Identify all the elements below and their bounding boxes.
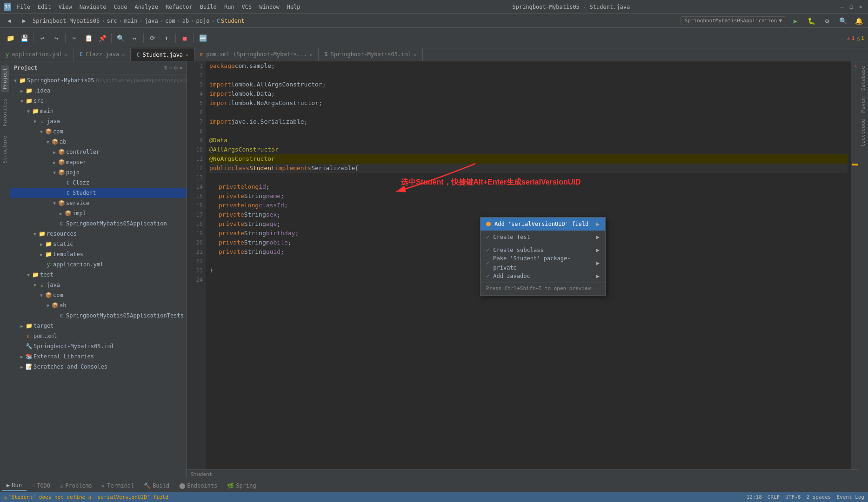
status-encoding[interactable]: UTF-8	[785, 494, 801, 500]
menu-edit[interactable]: Edit	[34, 2, 55, 12]
bottom-tab-spring[interactable]: 🌿 Spring	[222, 481, 260, 490]
breadcrumb-project[interactable]: Springboot-Mybatis05	[33, 18, 100, 24]
breadcrumb-student[interactable]: Student	[221, 18, 245, 24]
tree-item-templates[interactable]: ▶ 📁 templates	[10, 249, 187, 259]
bottom-tab-endpoints[interactable]: ⬤ Endpoints	[174, 481, 222, 490]
status-event-log[interactable]: Event Log	[836, 494, 864, 500]
tree-item-ab[interactable]: ▼ 📦 ab	[10, 137, 187, 147]
redo-button[interactable]: ↪	[50, 32, 63, 45]
tab-close-iml[interactable]: ✕	[414, 52, 417, 57]
maximize-button[interactable]: □	[848, 3, 855, 11]
vcs-update-button[interactable]: ⟳	[146, 32, 159, 45]
undo-button[interactable]: ↩	[36, 32, 49, 45]
sidebar-icon-close[interactable]: ✕	[180, 65, 183, 71]
notifications-button[interactable]: 🔔	[852, 14, 865, 27]
menu-refactor[interactable]: Refactor	[162, 2, 196, 12]
ctx-item-serial[interactable]: Add 'serialVersionUID' field ▶	[481, 218, 605, 231]
bottom-tab-build[interactable]: 🔨 Build	[139, 481, 174, 490]
back-button[interactable]: ◀	[3, 14, 16, 27]
menu-view[interactable]: View	[55, 2, 76, 12]
run-button[interactable]: ▶	[789, 14, 802, 27]
settings-button[interactable]: ⚙	[821, 14, 834, 27]
right-rail-database[interactable]: Database	[859, 63, 867, 93]
tree-item-java[interactable]: ▼ ☕ java	[10, 116, 187, 126]
tab-close-clazz[interactable]: ✕	[122, 52, 125, 57]
tree-item-mapper[interactable]: ▶ 📦 mapper	[10, 157, 187, 167]
tab-application-yml[interactable]: y application.yml ✕	[0, 48, 74, 61]
menu-file[interactable]: File	[13, 2, 34, 12]
ctx-item-create-test[interactable]: ✓ Create Test ▶	[481, 231, 605, 244]
menu-vcs[interactable]: VCS	[238, 2, 256, 12]
tree-item-ext-libs[interactable]: ▶ 📚 External Libraries	[10, 351, 187, 362]
menu-code[interactable]: Code	[110, 2, 131, 12]
tree-item-pomxml[interactable]: m pom.xml	[10, 331, 187, 341]
translate-button[interactable]: 🔤	[196, 32, 209, 45]
tree-item-com[interactable]: ▼ 📦 com	[10, 126, 187, 137]
breadcrumb-main[interactable]: main	[124, 18, 138, 24]
tree-item-test-java[interactable]: ▼ ☕ java	[10, 280, 187, 290]
debug-button[interactable]: 🐛	[805, 14, 818, 27]
bottom-tab-todo[interactable]: ≡ TODO	[27, 481, 55, 490]
tab-iml[interactable]: S Springboot-Mybatis05.iml ✕	[319, 48, 423, 61]
right-rail-maven[interactable]: Maven	[859, 94, 867, 115]
tree-item-service[interactable]: ▼ 📦 service	[10, 198, 187, 208]
tab-clazz[interactable]: C Clazz.java ✕	[74, 48, 131, 61]
tree-item-target[interactable]: ▶ 📁 target	[10, 321, 187, 331]
toolbar-btn-1[interactable]: 📁	[4, 32, 17, 45]
tab-close-yml[interactable]: ✕	[65, 52, 68, 57]
status-indent[interactable]: 2 spaces	[806, 494, 831, 500]
paste-button[interactable]: 📌	[96, 32, 109, 45]
tree-item-test-com[interactable]: ▼ 📦 com	[10, 290, 187, 300]
forward-button[interactable]: ▶	[18, 14, 31, 27]
tree-item-student[interactable]: C Student	[10, 188, 187, 198]
status-position[interactable]: 12:18	[747, 494, 762, 500]
tree-item-test[interactable]: ▼ 📁 test	[10, 270, 187, 280]
tree-item-clazz[interactable]: C Clazz	[10, 178, 187, 188]
bottom-tab-run[interactable]: ▶ Run	[2, 481, 27, 491]
code-editor[interactable]: package com.sample; import lombok.AllArg…	[206, 61, 851, 469]
tab-pom[interactable]: m pom.xml (Springboot-Mybatis... ✕	[194, 48, 319, 61]
search-everywhere-button[interactable]: 🔍	[836, 14, 849, 27]
breadcrumb-com[interactable]: com	[165, 18, 175, 24]
status-line-sep[interactable]: CRLF	[768, 494, 780, 500]
tree-item-appyml[interactable]: y application.yml	[10, 259, 187, 270]
tree-item-iml[interactable]: 🔧 Springboot-Mybatis05.iml	[10, 341, 187, 351]
menu-help[interactable]: Help	[283, 2, 304, 12]
cut-button[interactable]: ✂	[68, 32, 81, 45]
vcs-commit-button[interactable]: ⬆	[160, 32, 173, 45]
tree-item-app-tests[interactable]: C SpringbootMybatis05ApplicationTests	[10, 310, 187, 321]
left-rail-project[interactable]: Project	[1, 65, 9, 92]
find-button[interactable]: 🔍	[114, 32, 127, 45]
tree-root[interactable]: ▼ 📁 Springboot-Mybatis05 D:\software\jav…	[10, 75, 187, 86]
bottom-tab-terminal[interactable]: ▸ Terminal	[97, 481, 139, 490]
minimize-button[interactable]: —	[838, 3, 846, 11]
tree-item-main[interactable]: ▼ 📁 main	[10, 106, 187, 116]
sidebar-icon-1[interactable]: ⊞	[164, 65, 167, 71]
tree-item-pojo[interactable]: ▼ 📦 pojo	[10, 167, 187, 178]
tree-item-static[interactable]: ▶ 📁 static	[10, 239, 187, 249]
menu-run[interactable]: Run	[220, 2, 238, 12]
tree-item-test-ab[interactable]: ▼ 📦 ab	[10, 300, 187, 310]
breadcrumb-ab[interactable]: ab	[182, 18, 189, 24]
right-rail-lecttcode[interactable]: lecttcode	[859, 116, 867, 150]
bottom-tab-problems[interactable]: ⚠ Problems	[55, 481, 97, 490]
menu-window[interactable]: Window	[255, 2, 283, 12]
menu-build[interactable]: Build	[196, 2, 220, 12]
tree-item-src[interactable]: ▼ 📁 src	[10, 96, 187, 106]
tree-item-idea[interactable]: ▶ 📁 .idea	[10, 86, 187, 96]
tree-item-impl[interactable]: ▶ 📦 impl	[10, 208, 187, 218]
sidebar-icon-2[interactable]: ≡	[169, 65, 172, 71]
copy-button[interactable]: 📋	[82, 32, 95, 45]
tab-close-student[interactable]: ✕	[186, 52, 188, 57]
breadcrumb-pojo[interactable]: pojo	[196, 18, 210, 24]
tree-item-controller[interactable]: ▶ 📦 controller	[10, 147, 187, 157]
left-rail-structure[interactable]: Structure	[1, 133, 9, 166]
replace-button[interactable]: ↔	[128, 32, 141, 45]
tab-student[interactable]: C Student.java ✕	[131, 48, 194, 61]
stop-button[interactable]: ■	[178, 32, 191, 45]
ctx-item-make-private[interactable]: ✓ Make 'Student' package-private ▶	[481, 257, 605, 270]
sidebar-icon-3[interactable]: ⚙	[174, 65, 178, 71]
tree-item-resources[interactable]: ▼ 📁 resources	[10, 229, 187, 239]
toolbar-btn-2[interactable]: 💾	[18, 32, 31, 45]
left-rail-favorites[interactable]: Favorites	[1, 96, 9, 129]
